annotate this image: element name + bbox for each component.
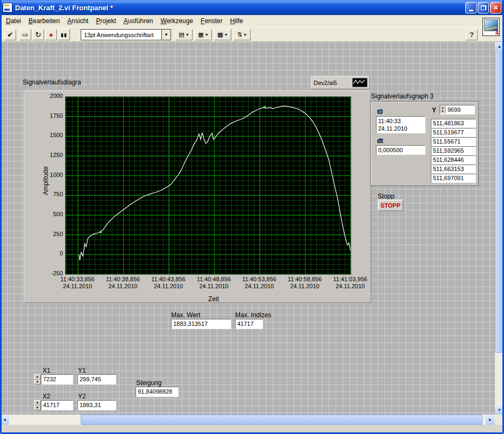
y-values-list: 511,481863511,519677511,55671511,5929655… xyxy=(431,119,476,183)
graph-info-title: Signalverlaufsgraph 3 xyxy=(371,93,434,100)
horizontal-scrollbar[interactable]: ◄ ► xyxy=(0,415,495,425)
restore-button[interactable] xyxy=(478,2,489,13)
vi-document-icon xyxy=(3,3,12,12)
y-index-spinner[interactable]: ▲▼ 9699 xyxy=(439,105,475,115)
decrement-icon[interactable]: ▼ xyxy=(34,380,41,385)
scroll-left-icon: ◄ xyxy=(3,417,7,422)
y-axis-title: Amplitude xyxy=(42,154,49,208)
help-button[interactable]: ? xyxy=(466,29,478,40)
x2-label: X2 xyxy=(42,393,51,400)
y-value-cell: 511,592965 xyxy=(431,146,476,155)
y-tick-label: 1500 xyxy=(39,132,63,138)
menu-item-ausfhren[interactable]: Ausführen xyxy=(120,16,157,26)
x1-label: X1 xyxy=(42,367,51,374)
y-tick-label: 0 xyxy=(39,250,63,257)
y-value-cell: 511,697091 xyxy=(431,174,476,183)
chevron-down-icon: ▼ xyxy=(243,33,247,37)
x1-field[interactable]: 7232 xyxy=(41,374,73,385)
chevron-down-icon: ▼ xyxy=(205,33,209,37)
x2-field[interactable]: 41717 xyxy=(41,400,73,410)
font-selector[interactable]: 13pt Anwendungsschriftart ▼ xyxy=(81,29,171,40)
steigung-field: 91,84098828 xyxy=(136,387,179,397)
window-title: Daten_Kraft_2.vi Frontpanel * xyxy=(15,4,465,12)
scroll-up-icon: ▲ xyxy=(498,44,502,49)
menu-item-projekt[interactable]: Projekt xyxy=(92,16,119,26)
t0-date: 24.11.2010 xyxy=(378,125,423,132)
y1-label: Y1 xyxy=(78,367,86,374)
toolbar: ✔ ⇨ ↻ ● ▮▮ 13pt Anwendungsschriftart ▼ ▤… xyxy=(0,27,504,42)
resize-objects-dropdown[interactable]: ▩▼ xyxy=(214,29,231,40)
max-indizes-label: Max. Indizes xyxy=(235,311,271,319)
x-tick-label: 11:40:38,85624.11.2010 xyxy=(101,276,146,290)
x-tick-label: 11:40:43,85624.11.2010 xyxy=(146,276,191,290)
x-tick-label: 11:41:03,95624.11.2010 xyxy=(328,276,373,290)
increment-icon[interactable]: ▲ xyxy=(34,400,41,405)
chevron-down-icon: ▼ xyxy=(186,33,189,37)
waveform-legend-icon xyxy=(352,78,367,87)
distribute-icon: ▦ xyxy=(198,31,203,38)
y-value-cell: 511,481863 xyxy=(431,119,476,128)
confirm-button[interactable]: ✔ xyxy=(4,29,16,40)
max-wert-field: 1883,313517 xyxy=(171,319,231,329)
vi-icon[interactable]: 4 xyxy=(482,18,500,36)
pause-button[interactable]: ▮▮ xyxy=(58,29,70,40)
spinner-arrows-icon[interactable]: ▲▼ xyxy=(440,106,446,113)
graph-info-panel: t0 11:40:33 24.11.2010 dt 0,000500 Y ▲▼ … xyxy=(370,101,479,186)
menu-item-ansicht[interactable]: Ansicht xyxy=(63,16,92,26)
vertical-scrollbar[interactable]: ▲ ▼ xyxy=(495,42,504,415)
max-indizes-field: 41717 xyxy=(235,319,263,329)
menu-item-werkzeuge[interactable]: Werkzeuge xyxy=(157,16,197,26)
scroll-left-button[interactable]: ◄ xyxy=(0,415,9,425)
y-tick-label: 1750 xyxy=(39,112,63,119)
scroll-down-button[interactable]: ▼ xyxy=(495,405,504,415)
abort-button[interactable]: ● xyxy=(45,29,57,40)
front-panel[interactable]: Signalverlaufsdiagra Dev2/ai5 Amplitude … xyxy=(0,42,495,415)
run-button[interactable]: ⇨ xyxy=(19,29,31,40)
x-tick-label: 11:40:33,85624.11.2010 xyxy=(55,276,100,290)
y-tick-label: 500 xyxy=(39,211,63,217)
menu-item-hilfe[interactable]: Hilfe xyxy=(226,16,247,26)
align-objects-dropdown[interactable]: ▤▼ xyxy=(175,29,193,40)
plot-area[interactable] xyxy=(65,96,351,275)
vertical-scroll-thumb[interactable] xyxy=(495,52,504,353)
minimize-button[interactable] xyxy=(465,2,477,13)
plot-legend[interactable]: Dev2/ai5 xyxy=(311,76,370,89)
distribute-objects-dropdown[interactable]: ▦▼ xyxy=(195,29,212,40)
labview-window: Daten_Kraft_2.vi Frontpanel * × DateiBea… xyxy=(0,0,504,434)
run-continuous-button[interactable]: ↻ xyxy=(32,29,44,40)
y-value-cell: 511,628446 xyxy=(431,155,476,165)
increment-icon[interactable]: ▲ xyxy=(34,374,41,380)
stop-button[interactable]: STOPP xyxy=(378,200,403,211)
x-tick-label: 11:40:53,85624.11.2010 xyxy=(237,276,282,290)
menu-item-datei[interactable]: Datei xyxy=(2,16,25,26)
decrement-icon[interactable]: ▼ xyxy=(34,405,41,411)
waveform-chart: Amplitude 200017501500125010007505002500… xyxy=(24,90,371,303)
close-button[interactable]: × xyxy=(490,2,501,13)
y-tick-label: 750 xyxy=(39,191,63,197)
horizontal-scroll-thumb[interactable] xyxy=(81,415,482,425)
chevron-down-icon: ▼ xyxy=(161,30,171,40)
resize-icon: ▩ xyxy=(217,31,223,38)
chart-label: Signalverlaufsdiagra xyxy=(23,79,81,86)
title-bar[interactable]: Daten_Kraft_2.vi Frontpanel * × xyxy=(0,0,504,15)
menu-item-fenster[interactable]: Fenster xyxy=(197,16,226,26)
scroll-right-button[interactable]: ► xyxy=(486,415,495,425)
y-tick-label: 1250 xyxy=(39,152,63,158)
scrollbar-corner xyxy=(495,415,504,425)
menu-item-bearbeiten[interactable]: Bearbeiten xyxy=(25,16,63,26)
x2-spinner[interactable]: ▲▼ xyxy=(34,400,41,410)
scroll-up-button[interactable]: ▲ xyxy=(495,42,504,51)
y1-field: 299,745 xyxy=(77,374,116,385)
x-axis-title: Zeit xyxy=(197,295,230,303)
t0-time: 11:40:33 xyxy=(378,117,423,125)
dt-label: dt xyxy=(377,137,383,145)
x1-spinner[interactable]: ▲▼ xyxy=(34,374,41,385)
y-tick-label: 250 xyxy=(39,231,63,237)
y-tick-label: 2000 xyxy=(39,93,63,99)
abort-icon: ● xyxy=(49,31,53,39)
max-wert-label: Max. Wert xyxy=(171,311,200,319)
close-icon: × xyxy=(493,3,498,12)
reorder-dropdown[interactable]: ⇅▼ xyxy=(233,29,251,40)
minimize-icon xyxy=(469,10,473,11)
window-bottom-strip xyxy=(0,425,504,434)
